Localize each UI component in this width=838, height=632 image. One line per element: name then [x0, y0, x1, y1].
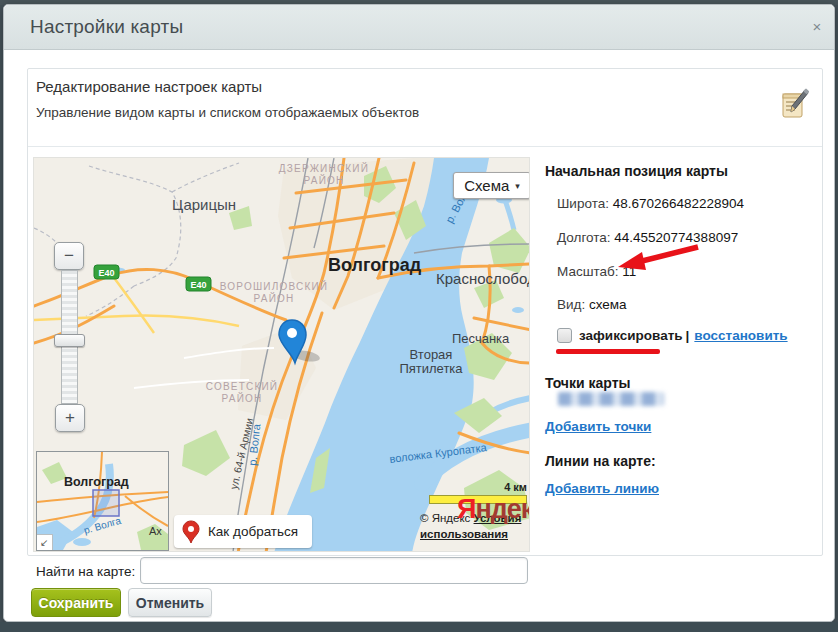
zoom-control: − +	[53, 242, 87, 434]
fix-position-row: зафиксировать|восстановить	[557, 328, 788, 343]
add-line-link[interactable]: Добавить линию	[545, 481, 659, 496]
save-button[interactable]: Сохранить	[31, 588, 121, 617]
label-peschanka: Песчанка	[452, 331, 510, 346]
zoom-in-button[interactable]: +	[55, 404, 85, 432]
latitude-value: 48.670266482228904	[613, 196, 744, 211]
label-sovetsky-district: СОВЕТСКИЙ	[206, 380, 278, 392]
edit-notepad-icon[interactable]	[781, 88, 809, 120]
minimap-ah-label: Ах	[149, 525, 162, 537]
search-label: Найти на карте:	[36, 564, 135, 579]
yandex-logo[interactable]: Яндекс	[457, 494, 530, 525]
label-voroshilovsky-district: ВОРОШИЛОВСКИЙ	[220, 280, 328, 292]
minimap-city-label: Волгоград	[64, 475, 129, 489]
cancel-button[interactable]: Отменить	[128, 588, 212, 617]
redacted-point-name[interactable]	[558, 392, 664, 406]
label-vtoraya-pyatiletka: Вторая	[410, 347, 453, 362]
svg-text:РАЙОН: РАЙОН	[222, 392, 263, 404]
zoom-value: 11	[622, 264, 636, 279]
svg-text:Пятилетка: Пятилетка	[399, 361, 463, 376]
label-tsaritsyn: Царицын	[172, 196, 236, 213]
map-points-title: Точки карты	[545, 375, 630, 391]
label-dzerzhinsky-district: ДЗЕРЖИНСКИЙ	[279, 162, 369, 174]
fix-label: зафиксировать	[579, 328, 683, 343]
svg-text:РАЙОН: РАЙОН	[304, 174, 345, 186]
red-pin-icon	[182, 520, 200, 544]
minimap-collapse-icon[interactable]: ↙	[37, 534, 53, 550]
fix-checkbox[interactable]	[557, 328, 572, 343]
view-value: схема	[589, 297, 627, 312]
longitude-row: Долгота: 44.45520774388097	[557, 230, 738, 245]
view-row: Вид: схема	[557, 297, 627, 312]
svg-text:E40: E40	[190, 280, 206, 290]
directions-button[interactable]: Как добраться	[174, 515, 312, 548]
map-canvas[interactable]: E40 E40 Царицын ДЗЕРЖИНСКИЙ РАЙОН ВОРОШИ…	[33, 157, 530, 552]
restore-link[interactable]: восстановить	[694, 328, 787, 343]
initial-position-title: Начальная позиция карты	[545, 163, 728, 179]
close-icon[interactable]: ×	[806, 16, 828, 38]
minimap-viewport-rect[interactable]	[93, 490, 119, 516]
section-title: Редактирование настроек карты	[36, 78, 262, 95]
map-lines-title: Линии на карте:	[545, 453, 656, 469]
label-krasnoslobodsk: Краснослободск	[436, 270, 530, 287]
overview-minimap[interactable]: Волгоград р. Волга Ах ↙	[36, 451, 169, 551]
dialog-titlebar: Настройки карты	[4, 5, 834, 50]
svg-text:E40: E40	[98, 268, 114, 278]
add-points-link[interactable]: Добавить точки	[545, 419, 651, 434]
zoom-out-button[interactable]: −	[54, 242, 84, 270]
header-separator	[28, 146, 822, 147]
svg-text:РАЙОН: РАЙОН	[254, 292, 295, 304]
longitude-value: 44.45520774388097	[614, 230, 738, 245]
map-search-input[interactable]	[140, 557, 528, 584]
zoom-row: Масштаб: 11	[557, 264, 636, 279]
red-underline-annotation	[556, 349, 660, 354]
zoom-slider-handle[interactable]	[54, 334, 85, 347]
section-subtitle: Управление видом карты и списком отображ…	[36, 105, 419, 120]
scale-distance-label: 4 км	[429, 481, 529, 493]
chevron-down-icon: ▾	[515, 181, 520, 191]
dialog-title: Настройки карты	[30, 16, 183, 38]
label-volgograd: Волгоград	[328, 255, 422, 275]
page-background-bottom	[0, 622, 838, 632]
map-type-dropdown[interactable]: Схема ▾	[453, 172, 530, 199]
latitude-row: Широта: 48.670266482228904	[557, 196, 744, 211]
